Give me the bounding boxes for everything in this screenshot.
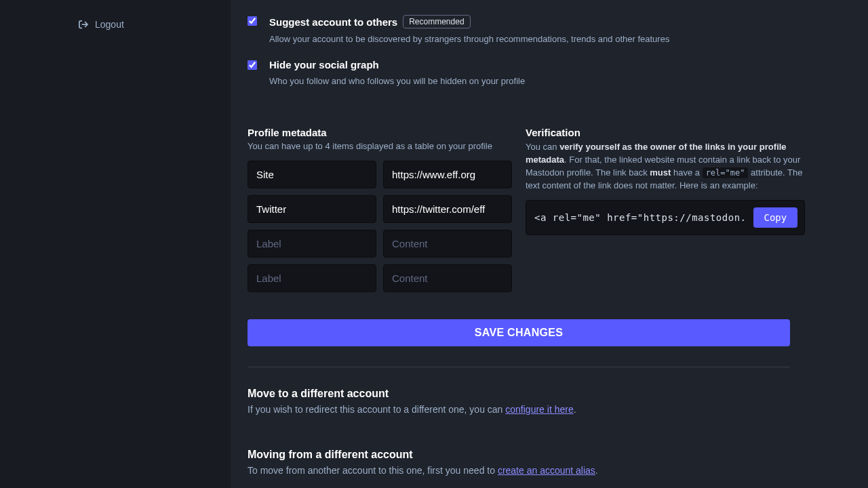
moving-from-text: To move from another account to this one… (248, 465, 498, 476)
verification-text: You can verify yourself as the owner of … (526, 141, 805, 192)
move-to-text: If you wish to redirect this account to … (248, 404, 505, 415)
configure-link[interactable]: configure it here (505, 404, 573, 415)
logout-label: Logout (95, 19, 124, 30)
suggest-account-hint: Allow your account to be discovered by s… (269, 34, 669, 44)
moving-from-title: Moving from a different account (248, 449, 790, 461)
metadata-title: Profile metadata (248, 127, 512, 138)
divider (248, 367, 790, 367)
verification-snippet: <a rel="me" href="https://mastodon. (534, 212, 747, 223)
logout-icon (79, 20, 88, 29)
recommended-badge: Recommended (403, 15, 470, 28)
main-content: Suggest account to others Recommended Al… (231, 0, 868, 488)
metadata-label-0[interactable] (248, 161, 376, 188)
verification-code-box: <a rel="me" href="https://mastodon. Copy (526, 200, 805, 235)
metadata-label-3[interactable] (248, 264, 376, 292)
profile-metadata-section: Profile metadata You can have up to 4 it… (248, 127, 512, 292)
logout-link[interactable]: Logout (0, 19, 231, 30)
hide-graph-checkbox[interactable] (248, 60, 257, 70)
metadata-content-3[interactable] (383, 264, 512, 292)
hide-graph-label: Hide your social graph (269, 59, 379, 70)
move-to-title: Move to a different account (248, 388, 790, 400)
hide-graph-row: Hide your social graph Who you follow an… (248, 59, 790, 86)
suggest-account-label: Suggest account to others (269, 16, 397, 28)
metadata-hint: You can have up to 4 items displayed as … (248, 141, 512, 151)
save-changes-button[interactable]: SAVE CHANGES (248, 319, 790, 346)
metadata-content-2[interactable] (383, 230, 512, 258)
verification-title: Verification (526, 127, 805, 138)
metadata-content-0[interactable] (383, 161, 512, 188)
suggest-account-checkbox[interactable] (248, 16, 257, 26)
copy-button[interactable]: Copy (753, 207, 798, 228)
alias-link[interactable]: create an account alias (498, 465, 595, 476)
move-to-section: Move to a different account If you wish … (248, 388, 790, 415)
suggest-account-row: Suggest account to others Recommended Al… (248, 15, 790, 44)
hide-graph-hint: Who you follow and who follows you will … (269, 76, 525, 86)
verification-section: Verification You can verify yourself as … (526, 127, 805, 292)
moving-from-section: Moving from a different account To move … (248, 449, 790, 476)
metadata-label-2[interactable] (248, 230, 376, 258)
metadata-content-1[interactable] (383, 195, 512, 223)
metadata-label-1[interactable] (248, 195, 376, 223)
sidebar: Logout (0, 0, 231, 488)
